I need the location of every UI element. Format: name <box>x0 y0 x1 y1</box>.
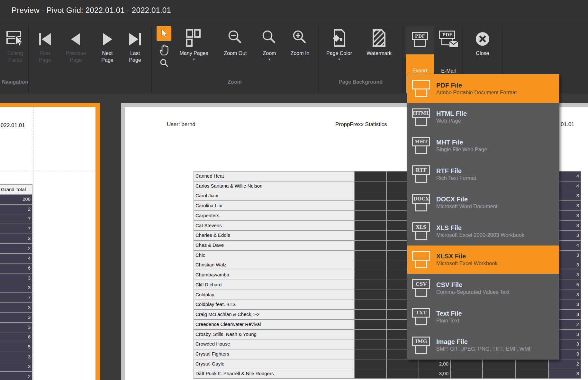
watermark-button[interactable]: Watermark <box>359 26 399 75</box>
zoom-in-icon <box>291 26 309 47</box>
editing-fields-button[interactable]: EditingFields <box>3 26 28 75</box>
data-cell <box>354 300 386 310</box>
table-row: 3 <box>0 234 32 244</box>
margin-guide <box>33 107 33 380</box>
table-row: 2 <box>0 372 32 380</box>
export-menu-item[interactable]: RTF RTF File Rich Text Format <box>407 160 559 189</box>
menu-item-subtitle: Web Page <box>436 117 467 124</box>
artist-cell: Craig McLachlan & Check 1-2 <box>194 310 354 320</box>
many-pages-button[interactable]: Many Pages ▾ <box>176 26 212 75</box>
title-bar: Preview - Pivot Grid: 2022.01.01 - 2022.… <box>0 0 588 20</box>
grand-total-cell: 6 <box>0 332 32 342</box>
amount-cell: 2,00 <box>419 359 450 369</box>
menu-item-title: XLS File <box>436 224 524 232</box>
export-menu-item[interactable]: IMG Image File BMP, GIF, JPEG, PNG, TIFF… <box>407 331 559 359</box>
data-cell <box>354 240 386 250</box>
export-menu-item[interactable]: XLS XLS File Microsoft Excel 2000-2003 W… <box>407 217 559 246</box>
menu-item-title: Image File <box>436 338 532 346</box>
email-as-button[interactable]: PDF E-Mail As▾ <box>435 26 462 75</box>
separator <box>403 26 403 93</box>
close-button[interactable]: Close <box>466 26 500 75</box>
artist-cell: Crosby, Stills, Nash & Young <box>194 329 354 339</box>
data-cell <box>450 369 483 379</box>
artist-cell: Christian Walz <box>194 260 354 270</box>
data-cell <box>354 181 386 191</box>
zoom-tool-button[interactable] <box>159 58 169 68</box>
last-page-icon <box>127 26 143 47</box>
export-menu-item[interactable]: XLSX XLSX File Microsoft Excel Workbook <box>407 246 559 274</box>
data-cell <box>354 339 386 349</box>
export-menu-item[interactable]: CSV CSV File Comma-Separated Values Text <box>407 274 559 302</box>
grand-total-cell: 7 <box>0 224 32 234</box>
grand-total-cell: 4 <box>0 254 32 264</box>
artist-cell: Carlos Santana & Willie Nelson <box>194 181 354 191</box>
export-menu-item[interactable]: PDF PDF File Adobe Portable Document For… <box>407 74 559 103</box>
next-page-icon <box>99 26 115 47</box>
data-cell <box>354 290 386 300</box>
grand-total-cell: 3 <box>0 283 32 293</box>
page-color-icon <box>330 26 348 47</box>
pointer-tool-button[interactable] <box>157 26 171 41</box>
data-cell <box>483 369 516 379</box>
menu-item-subtitle: Microsoft Excel 2000-2003 Workbook <box>436 232 524 238</box>
grand-total-cell: 2 <box>0 204 32 214</box>
artist-cell: Carolina Liar <box>194 201 354 211</box>
data-cell <box>354 349 386 359</box>
table-row: 7 <box>0 293 32 303</box>
table-row: 2 <box>0 244 32 254</box>
export-menu-item[interactable]: MHT MHT File Single File Web Page <box>407 131 559 160</box>
page-color-button[interactable]: Page Color ▾ <box>321 26 357 75</box>
zoom-out-icon <box>227 26 244 47</box>
report-header-date: 01.01 <box>561 121 574 128</box>
menu-item-subtitle: Comma-Separated Values Text <box>436 289 510 295</box>
file-format-icon: XLSX <box>412 250 430 269</box>
table-row: 6 <box>0 263 32 273</box>
data-cell <box>354 280 386 290</box>
menu-item-title: CSV File <box>436 281 510 289</box>
grand-total-cell: 2 <box>0 372 32 380</box>
export-menu-item[interactable]: TXT Text File Plain Text <box>407 302 559 331</box>
page-previous[interactable]: 022.01.01 Grand Total 208 2 7 <box>0 103 100 380</box>
chevron-down-icon: ▾ <box>193 58 195 61</box>
artist-cell: Chumbawamba <box>194 270 354 280</box>
total-cell: 2 <box>548 359 581 369</box>
file-format-icon: RTF <box>412 165 430 183</box>
grand-total-cell: 7 <box>0 293 32 303</box>
previous-page-button[interactable]: PreviousPage <box>60 26 92 75</box>
artist-cell: Coldplay <box>194 290 354 300</box>
grand-total-cell: 3 <box>0 312 32 322</box>
export-menu-item[interactable]: HTML HTML File Web Page <box>407 103 559 132</box>
export-menu-item[interactable]: DOCX DOCX File Microsoft Word Document <box>407 188 559 217</box>
artist-cell: Carpenters <box>194 211 354 221</box>
grand-total-cell: 208 <box>0 194 32 204</box>
group-label-navigation: Navigation <box>2 79 28 85</box>
export-menu: PDF PDF File Adobe Portable Document For… <box>407 74 559 360</box>
many-pages-icon <box>185 26 203 47</box>
grand-total-cell: 3 <box>0 234 32 244</box>
first-page-button[interactable]: FirstPage <box>32 26 59 75</box>
zoom-button[interactable]: Zoom ▾ <box>256 26 283 75</box>
grand-total-cell: 5 <box>0 342 32 352</box>
file-format-icon: MHT <box>412 136 430 155</box>
table-row: 4 <box>0 254 32 264</box>
export-to-button[interactable]: PDF Export To▾ <box>406 26 434 75</box>
table-row: 3 <box>0 352 32 362</box>
chevron-down-icon: ▾ <box>268 58 270 61</box>
hand-tool-button[interactable] <box>158 43 171 56</box>
table-row: Daft Punk ft. Pharrell & Nile Rodgers 3,… <box>125 369 588 379</box>
grand-total-cell: 3 <box>0 303 32 313</box>
zoom-in-button[interactable]: Zoom In <box>284 26 316 75</box>
margin-guide <box>0 170 95 170</box>
next-page-button[interactable]: NextPage <box>94 26 121 75</box>
menu-item-subtitle: Plain Text <box>436 317 462 324</box>
artist-cell: Cliff Richard <box>194 280 354 290</box>
menu-item-subtitle: Adobe Portable Document Format <box>436 89 517 96</box>
separator <box>151 26 152 93</box>
zoom-out-button[interactable]: Zoom Out <box>217 26 253 75</box>
menu-item-subtitle: Single File Web Page <box>436 146 487 153</box>
menu-item-title: DOCX File <box>436 195 497 203</box>
menu-item-subtitle: Rich Text Format <box>436 175 476 181</box>
data-cell <box>386 369 419 379</box>
last-page-button[interactable]: LastPage <box>122 26 148 75</box>
group-label-zoom: Zoom <box>219 79 251 85</box>
